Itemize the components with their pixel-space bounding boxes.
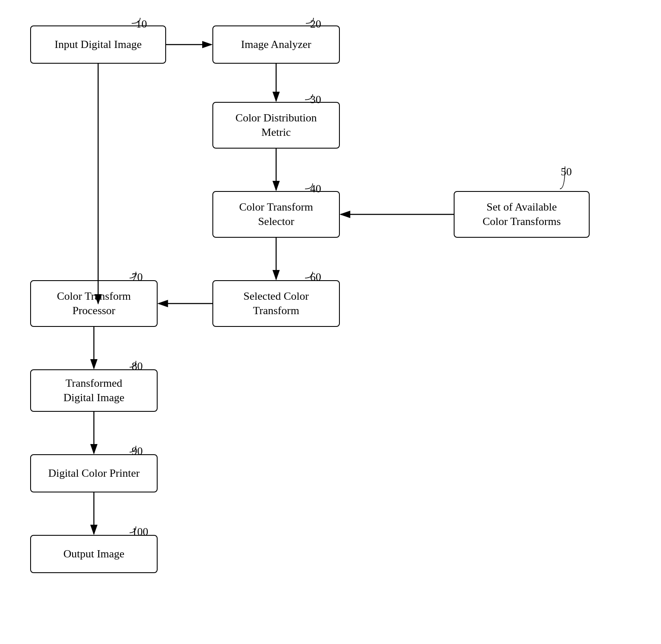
output-image-box: Output Image xyxy=(30,535,158,573)
digital-color-printer-label: Digital Color Printer xyxy=(48,466,139,481)
selected-color-transform-label: Selected Color Transform xyxy=(243,289,309,318)
diagram: Input Digital Image 10 Image Analyzer 20… xyxy=(0,0,661,644)
input-digital-image-id: 10 xyxy=(136,18,147,31)
color-transform-processor-label: Color Transform Processor xyxy=(57,289,131,318)
color-transform-processor-box: Color Transform Processor xyxy=(30,280,158,327)
image-analyzer-id: 20 xyxy=(310,18,321,31)
output-image-id: 100 xyxy=(132,526,148,538)
transformed-digital-image-id: 80 xyxy=(132,360,143,373)
color-transform-selector-box: Color Transform Selector xyxy=(212,191,340,238)
set-available-color-transforms-label: Set of Available Color Transforms xyxy=(483,200,561,229)
color-transform-selector-label: Color Transform Selector xyxy=(239,200,313,229)
image-analyzer-box: Image Analyzer xyxy=(212,25,340,64)
digital-color-printer-box: Digital Color Printer xyxy=(30,454,158,492)
selected-color-transform-box: Selected Color Transform xyxy=(212,280,340,327)
color-distribution-metric-box: Color Distribution Metric xyxy=(212,102,340,149)
image-analyzer-label: Image Analyzer xyxy=(241,37,311,52)
color-transform-processor-id: 70 xyxy=(132,271,143,284)
output-image-label: Output Image xyxy=(63,547,124,561)
set-available-color-transforms-id: 50 xyxy=(561,166,572,178)
digital-color-printer-id: 90 xyxy=(132,445,143,458)
selected-color-transform-id: 60 xyxy=(310,271,321,284)
set-available-color-transforms-box: Set of Available Color Transforms xyxy=(454,191,590,238)
transformed-digital-image-box: Transformed Digital Image xyxy=(30,369,158,412)
input-digital-image-box: Input Digital Image xyxy=(30,25,166,64)
transformed-digital-image-label: Transformed Digital Image xyxy=(63,376,124,405)
color-distribution-metric-label: Color Distribution Metric xyxy=(235,111,316,140)
color-transform-selector-id: 40 xyxy=(310,183,321,195)
color-distribution-metric-id: 30 xyxy=(310,93,321,106)
input-digital-image-label: Input Digital Image xyxy=(54,37,141,52)
